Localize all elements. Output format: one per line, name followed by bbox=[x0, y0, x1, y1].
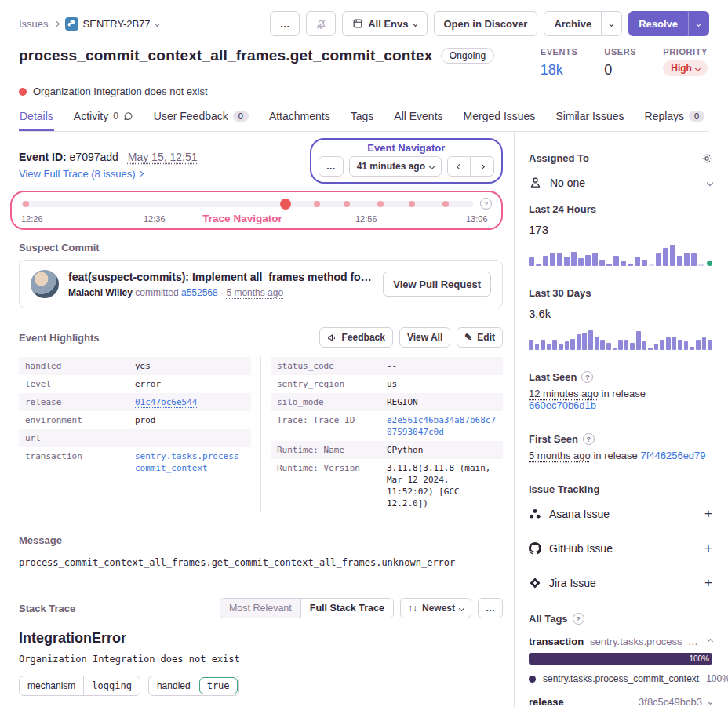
tab-merged-issues[interactable]: Merged Issues bbox=[463, 110, 537, 131]
highlight-key: sentry_region bbox=[277, 378, 387, 390]
exception-value: Organization Integration does not exist bbox=[19, 654, 503, 665]
event-date[interactable]: May 15, 12:51 bbox=[128, 151, 198, 163]
github-issue-row[interactable]: GitHub Issue + bbox=[529, 538, 712, 572]
tag-value-row[interactable]: sentry.tasks.process_commit_context 100% bbox=[529, 673, 712, 684]
status-badge: Ongoing bbox=[441, 48, 495, 64]
resolve-dropdown-button[interactable] bbox=[688, 11, 709, 36]
tab-similar-issues[interactable]: Similar Issues bbox=[555, 110, 624, 131]
assigned-to-heading: Assigned To bbox=[529, 152, 712, 164]
chart-bar bbox=[529, 340, 533, 350]
tab-tags[interactable]: Tags bbox=[350, 110, 375, 131]
highlight-value-link[interactable]: e2e561c46ba34a87b68c707593047c0d bbox=[387, 414, 497, 438]
first-seen-release-link[interactable]: 7f446256ed79 bbox=[640, 450, 705, 461]
tab-user-feedback[interactable]: User Feedback0 bbox=[153, 110, 249, 131]
tab-details[interactable]: Details bbox=[19, 110, 54, 131]
help-icon[interactable]: ? bbox=[581, 371, 593, 383]
highlight-value-link[interactable]: sentry.tasks.process_commit_context bbox=[135, 450, 245, 474]
trace-event-dot-icon[interactable] bbox=[314, 201, 320, 207]
tab-replays[interactable]: Replays0 bbox=[644, 110, 706, 131]
last-seen-release-link[interactable]: 660ec70b6d1b bbox=[529, 399, 596, 411]
breadcrumb-separator-icon bbox=[54, 20, 60, 26]
feedback-button[interactable]: Feedback bbox=[319, 327, 393, 348]
event-highlights-table: handledyeslevelerrorrelease01c47bc6e544e… bbox=[19, 357, 503, 512]
sort-dropdown[interactable]: ↑↓ Newest bbox=[400, 598, 471, 618]
view-all-button[interactable]: View All bbox=[399, 327, 450, 348]
chart-bar bbox=[663, 248, 668, 266]
gear-icon[interactable] bbox=[701, 153, 712, 164]
help-icon[interactable]: ? bbox=[583, 433, 595, 445]
chart-bar bbox=[613, 256, 619, 266]
event-age-dropdown[interactable]: 41 minutes ago bbox=[349, 156, 442, 177]
stack-view-toggle: Most Relevant Full Stack Trace bbox=[220, 598, 394, 618]
tab-all-events[interactable]: All Events bbox=[393, 110, 443, 131]
full-stack-trace-toggle[interactable]: Full Stack Trace bbox=[300, 599, 393, 618]
chart-bar bbox=[698, 264, 704, 266]
events-count[interactable]: 18k bbox=[541, 62, 578, 78]
page-header: Issues SENTRY-2B77 … All Envs Open in Di… bbox=[0, 0, 728, 132]
suspect-commit-card: feat(suspect-commits): Implement all_fra… bbox=[19, 260, 503, 308]
mute-alerts-button[interactable] bbox=[306, 11, 336, 36]
chart-bar bbox=[552, 340, 557, 350]
tag-header[interactable]: transaction sentry.tasks.process_commit_… bbox=[529, 636, 712, 647]
issue-toolbar: … All Envs Open in Discover Archive Reso… bbox=[270, 11, 709, 36]
trace-event-dot-icon[interactable] bbox=[344, 201, 350, 207]
commit-sha-link[interactable]: a552568 bbox=[181, 287, 218, 298]
users-count[interactable]: 0 bbox=[604, 62, 636, 78]
view-pull-request-button[interactable]: View Pull Request bbox=[383, 272, 491, 297]
chevron-up-icon bbox=[708, 639, 713, 644]
more-actions-button[interactable]: … bbox=[270, 11, 300, 36]
view-full-trace-link[interactable]: View Full Trace (8 issues) bbox=[19, 168, 143, 180]
plus-icon[interactable]: + bbox=[704, 543, 712, 554]
github-icon bbox=[529, 542, 541, 555]
help-icon[interactable]: ? bbox=[480, 198, 492, 210]
issue-short-id[interactable]: SENTRY-2B77 bbox=[65, 17, 159, 31]
handled-pill[interactable]: handled true bbox=[148, 676, 239, 696]
previous-event-button[interactable] bbox=[447, 156, 471, 177]
plus-icon[interactable]: + bbox=[704, 508, 712, 519]
chart-bar bbox=[654, 344, 659, 350]
current-event-dot-icon[interactable] bbox=[280, 199, 291, 210]
tab-activity[interactable]: Activity0 bbox=[73, 110, 134, 131]
tab-attachments[interactable]: Attachments bbox=[268, 110, 331, 131]
issue-stats: EVENTS18k USERS0 PRIORITY High bbox=[541, 47, 709, 78]
issue-tabs: Details Activity0 User Feedback0 Attachm… bbox=[19, 110, 709, 132]
chart-bar bbox=[696, 340, 701, 350]
archive-dropdown-button[interactable] bbox=[602, 11, 622, 36]
resolve-button[interactable]: Resolve bbox=[628, 11, 688, 36]
priority-badge[interactable]: High bbox=[663, 60, 708, 76]
chevron-down-icon bbox=[695, 65, 701, 71]
event-more-button[interactable]: … bbox=[318, 156, 344, 177]
highlight-key: release bbox=[25, 396, 135, 408]
open-in-discover-button[interactable]: Open in Discover bbox=[434, 11, 538, 36]
tag-header[interactable]: release 3f8c5c49bcb3 bbox=[529, 696, 712, 707]
most-relevant-toggle[interactable]: Most Relevant bbox=[220, 599, 300, 618]
trace-timeline[interactable] bbox=[21, 201, 473, 207]
help-icon[interactable]: ? bbox=[573, 613, 584, 625]
assignee-selector[interactable]: No one bbox=[529, 172, 712, 203]
environment-selector[interactable]: All Envs bbox=[342, 11, 427, 36]
highlight-row: Trace: Trace IDe2e561c46ba34a87b68c70759… bbox=[271, 411, 503, 441]
message-text: process_commit_context_all_frames.get_co… bbox=[19, 557, 503, 568]
breadcrumb-issues[interactable]: Issues bbox=[19, 18, 49, 30]
trace-event-dot-icon[interactable] bbox=[23, 201, 29, 207]
trace-navigator-annotation: ? Trace Navigator 12:2612:3612:5613:06 bbox=[10, 191, 503, 230]
trace-event-dot-icon[interactable] bbox=[442, 201, 449, 207]
stack-more-button[interactable]: … bbox=[478, 598, 503, 618]
trace-event-dot-icon[interactable] bbox=[377, 201, 384, 207]
asana-icon bbox=[529, 508, 541, 520]
highlight-value-link[interactable]: 01c47bc6e544 bbox=[135, 396, 197, 408]
chevron-down-icon bbox=[696, 20, 701, 26]
trace-event-dot-icon[interactable] bbox=[409, 201, 415, 207]
commit-age[interactable]: 5 months ago bbox=[226, 287, 283, 298]
event-id-value[interactable]: e7097add bbox=[70, 151, 118, 163]
mechanism-pill[interactable]: mechanism logging bbox=[19, 676, 140, 696]
plus-icon[interactable]: + bbox=[704, 578, 712, 589]
archive-button[interactable]: Archive bbox=[544, 11, 602, 36]
chart-bar bbox=[535, 344, 540, 350]
chart-bar bbox=[678, 340, 682, 350]
exception-type: IntegrationError bbox=[19, 630, 503, 647]
edit-button[interactable]: ✎Edit bbox=[457, 327, 503, 348]
jira-issue-row[interactable]: Jira Issue + bbox=[529, 572, 712, 607]
asana-issue-row[interactable]: Asana Issue + bbox=[529, 503, 712, 538]
next-event-button[interactable] bbox=[471, 156, 494, 177]
